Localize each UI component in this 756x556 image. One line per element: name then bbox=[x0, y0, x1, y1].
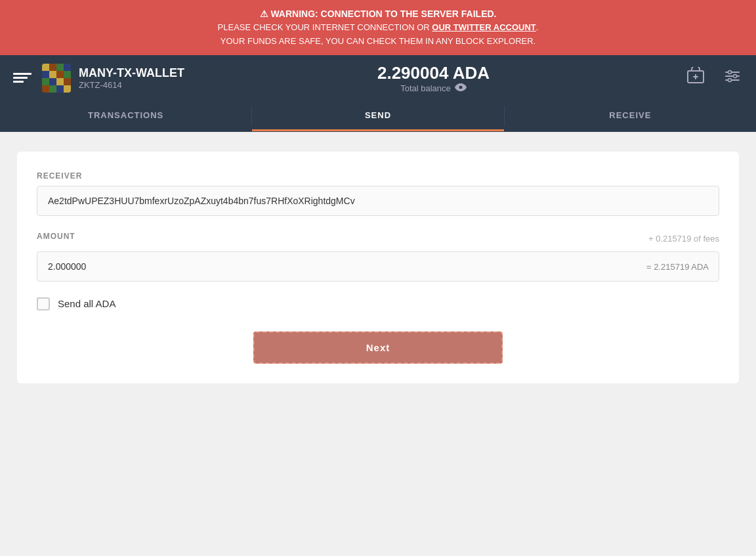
svg-rect-5 bbox=[42, 71, 49, 78]
fees-text: + 0.215719 of fees bbox=[648, 234, 719, 244]
balance-amount: 2.290004 ADA bbox=[184, 63, 682, 83]
warning-banner: ⚠ WARNING: CONNECTION TO THE SERVER FAIL… bbox=[0, 0, 756, 55]
svg-point-17 bbox=[459, 85, 462, 89]
svg-rect-13 bbox=[42, 85, 49, 93]
wallet-avatar bbox=[42, 64, 71, 93]
svg-rect-1 bbox=[42, 64, 49, 71]
balance-visibility-toggle[interactable] bbox=[455, 83, 467, 93]
svg-rect-8 bbox=[64, 71, 71, 78]
send-card: RECEIVER AMOUNT + 0.215719 of fees = 2.2… bbox=[17, 152, 739, 383]
main-content: RECEIVER AMOUNT + 0.215719 of fees = 2.2… bbox=[0, 132, 756, 521]
header-left: MANY-TX-WALLET ZKTZ-4614 bbox=[10, 64, 184, 93]
amount-header: AMOUNT + 0.215719 of fees bbox=[37, 232, 719, 246]
svg-rect-10 bbox=[49, 78, 56, 85]
balance-label: Total balance bbox=[184, 83, 682, 93]
wallet-name: MANY-TX-WALLET bbox=[79, 66, 184, 80]
receiver-input[interactable] bbox=[37, 186, 719, 216]
svg-point-24 bbox=[728, 79, 732, 82]
svg-rect-7 bbox=[56, 71, 64, 78]
receiver-section: RECEIVER bbox=[37, 171, 719, 216]
warning-title: ⚠ WARNING: CONNECTION TO THE SERVER FAIL… bbox=[13, 7, 743, 21]
header-center: 2.290004 ADA Total balance bbox=[184, 63, 682, 93]
header-right bbox=[682, 63, 746, 93]
sidebar-toggle-icon[interactable] bbox=[10, 66, 34, 90]
wallet-info: MANY-TX-WALLET ZKTZ-4614 bbox=[79, 66, 184, 90]
send-all-row: Send all ADA bbox=[37, 297, 719, 310]
warning-line2: PLEASE CHECK YOUR INTERNET CONNECTION OR… bbox=[13, 21, 743, 35]
warning-line3: YOUR FUNDS ARE SAFE, YOU CAN CHECK THEM … bbox=[13, 35, 743, 49]
svg-rect-14 bbox=[49, 85, 56, 93]
tab-transactions[interactable]: TRANSACTIONS bbox=[0, 101, 251, 131]
amount-label: AMOUNT bbox=[37, 232, 75, 241]
svg-rect-15 bbox=[56, 85, 64, 93]
svg-rect-4 bbox=[64, 64, 71, 71]
tab-send[interactable]: SEND bbox=[252, 101, 503, 131]
twitter-link[interactable]: OUR TWITTER ACCOUNT bbox=[432, 22, 536, 32]
svg-rect-6 bbox=[49, 71, 56, 78]
send-all-label[interactable]: Send all ADA bbox=[58, 298, 116, 309]
svg-rect-12 bbox=[64, 78, 71, 85]
amount-section: AMOUNT + 0.215719 of fees = 2.215719 ADA bbox=[37, 232, 719, 282]
svg-rect-16 bbox=[64, 85, 71, 93]
svg-rect-3 bbox=[56, 64, 64, 71]
amount-input-wrapper: = 2.215719 ADA bbox=[37, 251, 719, 282]
svg-point-23 bbox=[734, 75, 737, 78]
next-button[interactable]: Next bbox=[253, 331, 503, 364]
amount-total: = 2.215719 ADA bbox=[646, 261, 709, 271]
next-btn-wrapper: Next bbox=[37, 331, 719, 364]
svg-rect-9 bbox=[42, 78, 49, 85]
settings-button[interactable] bbox=[719, 63, 746, 93]
tabs: TRANSACTIONS SEND RECEIVE bbox=[0, 101, 756, 132]
amount-input[interactable] bbox=[37, 251, 719, 282]
svg-rect-2 bbox=[49, 64, 56, 71]
rewards-button[interactable] bbox=[682, 63, 709, 93]
tab-receive[interactable]: RECEIVE bbox=[505, 101, 756, 131]
layers-icon bbox=[13, 73, 32, 83]
wallet-id: ZKTZ-4614 bbox=[79, 80, 184, 90]
svg-point-22 bbox=[728, 71, 732, 74]
send-all-checkbox[interactable] bbox=[37, 297, 50, 310]
header: MANY-TX-WALLET ZKTZ-4614 2.290004 ADA To… bbox=[0, 55, 756, 101]
svg-rect-11 bbox=[56, 78, 64, 85]
receiver-label: RECEIVER bbox=[37, 171, 719, 181]
